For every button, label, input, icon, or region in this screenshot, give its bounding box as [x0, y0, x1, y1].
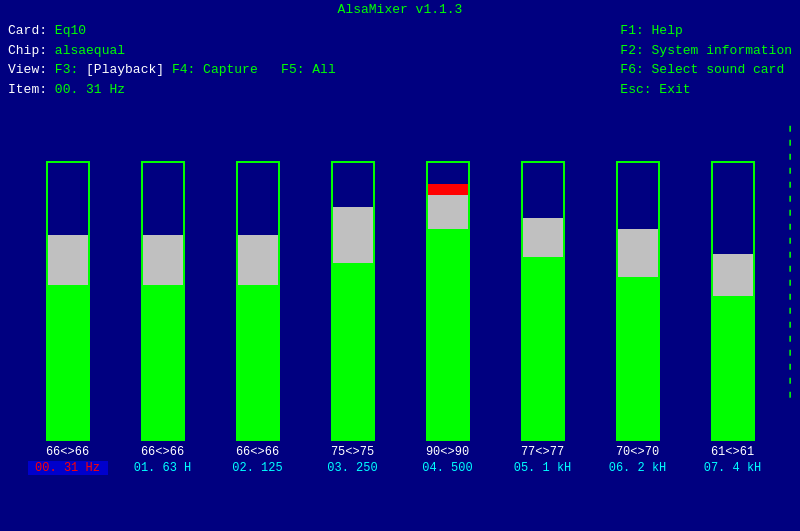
- card-value: Eq10: [55, 23, 86, 38]
- fader-container-3[interactable]: [331, 161, 375, 441]
- view-f5[interactable]: F5: All: [281, 62, 336, 77]
- card-label: Card:: [8, 23, 47, 38]
- channel-7[interactable]: [693, 161, 773, 441]
- fader-white-3: [333, 207, 373, 263]
- item-line: Item: 00. 31 Hz: [8, 80, 336, 100]
- freq-label-3[interactable]: 03. 250: [313, 461, 393, 475]
- channel-val-4: 90<>90: [408, 445, 488, 459]
- scrollbar[interactable]: ╻ ╻ ╻ ╻ ╻ ╻ ╻ ╻ ╻ ╻ ╻ ╻ ╻ ╻ ╻ ╻ ╻ ╻ ╻ ╻: [784, 120, 796, 400]
- fader-white-4: [428, 195, 468, 229]
- fader-container-0[interactable]: [46, 161, 90, 441]
- freq-label-7[interactable]: 07. 4 kH: [693, 461, 773, 475]
- freq-label-6[interactable]: 06. 2 kH: [598, 461, 678, 475]
- fader-white-0: [48, 235, 88, 285]
- freq-label-1[interactable]: 01. 63 H: [123, 461, 203, 475]
- fader-container-1[interactable]: [141, 161, 185, 441]
- mixer-area: [0, 111, 800, 441]
- item-label: Item:: [8, 82, 47, 97]
- channel-0[interactable]: [28, 161, 108, 441]
- channel-freq: 00. 31 Hz01. 63 H02. 12503. 25004. 50005…: [0, 459, 800, 475]
- fader-container-5[interactable]: [521, 161, 565, 441]
- channel-5[interactable]: [503, 161, 583, 441]
- channel-val-6: 70<>70: [598, 445, 678, 459]
- fader-green-2: [238, 285, 278, 439]
- f1-line[interactable]: F1: Help: [620, 21, 792, 41]
- app-title: AlsaMixer v1.1.3: [338, 2, 463, 17]
- fader-white-2: [238, 235, 278, 285]
- fader-container-7[interactable]: [711, 161, 755, 441]
- fader-green-4: [428, 229, 468, 439]
- fader-green-6: [618, 277, 658, 439]
- f6-label: F6: Select sound card: [620, 62, 784, 77]
- freq-label-2[interactable]: 02. 125: [218, 461, 298, 475]
- info-left: Card: Eq10 Chip: alsaequal View: F3: [Pl…: [8, 21, 336, 99]
- fader-green-1: [143, 285, 183, 439]
- fader-white-1: [143, 235, 183, 285]
- title-bar: AlsaMixer v1.1.3: [0, 0, 800, 19]
- channel-val-3: 75<>75: [313, 445, 393, 459]
- fader-green-5: [523, 257, 563, 439]
- freq-label-0[interactable]: 00. 31 Hz: [28, 461, 108, 475]
- channel-3[interactable]: [313, 161, 393, 441]
- fader-white-5: [523, 218, 563, 257]
- fader-red-4: [428, 184, 468, 195]
- channel-val-7: 61<>61: [693, 445, 773, 459]
- info-right: F1: Help F2: System information F6: Sele…: [620, 21, 792, 99]
- fader-green-0: [48, 285, 88, 439]
- channel-val-2: 66<>66: [218, 445, 298, 459]
- view-f3-bracket: [Playback]: [86, 62, 164, 77]
- fader-container-6[interactable]: [616, 161, 660, 441]
- view-line: View: F3: [Playback] F4: Capture F5: All: [8, 60, 336, 80]
- channel-6[interactable]: [598, 161, 678, 441]
- info-panel: Card: Eq10 Chip: alsaequal View: F3: [Pl…: [0, 19, 800, 101]
- freq-label-4[interactable]: 04. 500: [408, 461, 488, 475]
- esc-line[interactable]: Esc: Exit: [620, 80, 792, 100]
- fader-green-7: [713, 296, 753, 439]
- view-f4[interactable]: F4: Capture: [172, 62, 258, 77]
- fader-white-7: [713, 254, 753, 296]
- channel-1[interactable]: [123, 161, 203, 441]
- chip-line: Chip: alsaequal: [8, 41, 336, 61]
- freq-label-5[interactable]: 05. 1 kH: [503, 461, 583, 475]
- card-line: Card: Eq10: [8, 21, 336, 41]
- fader-white-6: [618, 229, 658, 277]
- channel-val-5: 77<>77: [503, 445, 583, 459]
- channel-val-1: 66<>66: [123, 445, 203, 459]
- fader-container-4[interactable]: [426, 161, 470, 441]
- chip-value: alsaequal: [55, 43, 125, 58]
- chip-label: Chip:: [8, 43, 47, 58]
- f2-line[interactable]: F2: System information: [620, 41, 792, 61]
- channel-2[interactable]: [218, 161, 298, 441]
- view-f3[interactable]: F3:: [55, 62, 78, 77]
- channel-4[interactable]: [408, 161, 488, 441]
- fader-container-2[interactable]: [236, 161, 280, 441]
- f6-line[interactable]: F6: Select sound card: [620, 60, 792, 80]
- screen: AlsaMixer v1.1.3 Card: Eq10 Chip: alsaeq…: [0, 0, 800, 531]
- item-value: 00. 31 Hz: [55, 82, 125, 97]
- view-label: View:: [8, 62, 47, 77]
- channel-values: 66<>6666<>6666<>6675<>7590<>9077<>7770<>…: [0, 441, 800, 459]
- channel-val-0: 66<>66: [28, 445, 108, 459]
- fader-green-3: [333, 263, 373, 439]
